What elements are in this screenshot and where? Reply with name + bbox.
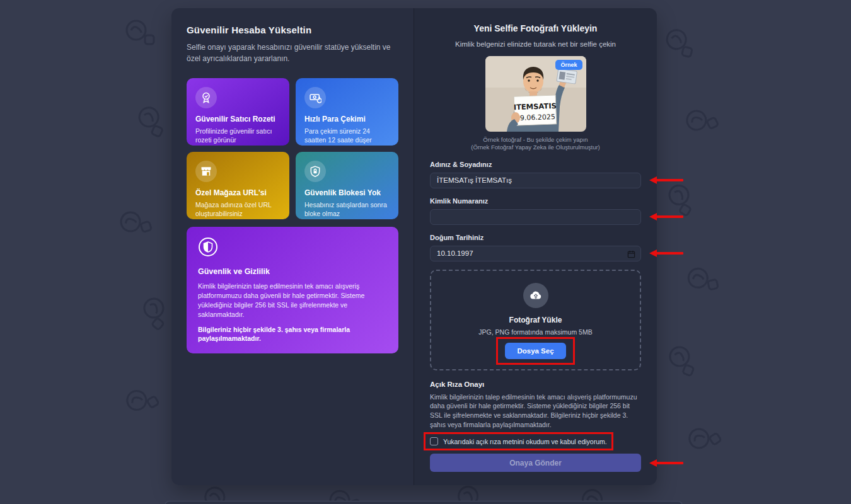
card-body: Para çekim süreniz 24 saatten 12 saate d…: [304, 127, 390, 144]
id-number-label: Kimlik Numaranız: [430, 197, 641, 205]
benefits-description: Selfie onayı yaparak hesabınızı güvenili…: [187, 42, 395, 64]
id-number-input[interactable]: [430, 209, 641, 225]
card-title: Hızlı Para Çekimi: [304, 115, 390, 123]
example-caption-line1: Örnek fotoğraf - Bu şekilde çekim yapın: [430, 136, 641, 144]
consent-checkbox-row[interactable]: Yukarıdaki açık rıza metnini okudum ve k…: [430, 437, 607, 445]
card-title: Güvenilir Satıcı Rozeti: [195, 115, 281, 123]
photo-dropzone[interactable]: Fotoğraf Yükle JPG, PNG formatında maksi…: [430, 270, 641, 370]
card-title: Güvenlik Blokesi Yok: [304, 188, 390, 197]
upload-section-title: Yeni Selfie Fotoğrafı Yükleyin: [430, 23, 641, 33]
shield-half-icon: [198, 237, 387, 260]
benefit-card-store-url: Özel Mağaza URL'si Mağaza adınıza özel U…: [187, 152, 289, 219]
name-input[interactable]: [430, 173, 641, 188]
benefit-card-fast-withdraw: Hızlı Para Çekimi Para çekim süreniz 24 …: [296, 78, 398, 146]
annotation-arrow-birth: [649, 249, 683, 257]
benefits-title: Güvenilir Hesaba Yükseltin: [187, 25, 398, 35]
example-caption-line2: (Örnek Fotoğraf Yapay Zeka ile Oluşturul…: [430, 144, 641, 151]
storefront-icon: [195, 161, 217, 182]
name-label: Adınız & Soyadınız: [430, 161, 641, 168]
field-birth-date: Doğum Tarihiniz 10.10.1997: [430, 234, 641, 261]
benefit-card-seller-badge: Güvenilir Satıcı Rozeti Profilinizde güv…: [187, 78, 289, 146]
verification-modal: Güvenilir Hesaba Yükseltin Selfie onayı …: [171, 8, 657, 485]
benefit-card-no-block: Güvenlik Blokesi Yok Hesabınız satışlard…: [296, 152, 398, 219]
birth-date-label: Doğum Tarihiniz: [430, 234, 641, 241]
benefit-cards: Güvenilir Satıcı Rozeti Profilinizde güv…: [187, 78, 398, 219]
birth-date-input[interactable]: 10.10.1997: [430, 246, 641, 261]
consent-checkbox-label: Yukarıdaki açık rıza metnini okudum ve k…: [443, 438, 607, 445]
shield-lock-icon: [304, 161, 326, 182]
example-photo: ITEMSATIS 19.06.2025 Örnek: [485, 56, 586, 132]
field-id-number: Kimlik Numaranız: [430, 197, 641, 225]
annotation-arrow-name: [649, 176, 683, 184]
card-title: Özel Mağaza URL'si: [195, 188, 281, 197]
field-name: Adınız & Soyadınız: [430, 161, 641, 188]
consent-body: Kimlik bilgilerinizin talep edilmesinin …: [430, 392, 641, 430]
benefits-column: Güvenilir Hesaba Yükseltin Selfie onayı …: [171, 8, 414, 485]
privacy-card-body: Kimlik bilgilerinizin talep edilmesinin …: [198, 282, 387, 319]
privacy-card: Güvenlik ve Gizlilik Kimlik bilgileriniz…: [187, 227, 398, 353]
upload-hint: JPG, PNG formatında maksimum 5MB: [478, 328, 592, 336]
annotation-arrow-submit: [649, 459, 683, 467]
selfie-upload-column: Yeni Selfie Fotoğrafı Yükleyin Kimlik be…: [414, 8, 657, 485]
example-caption: Örnek fotoğraf - Bu şekilde çekim yapın …: [430, 136, 641, 152]
cloud-upload-icon: [523, 283, 548, 308]
card-body: Profilinizde güvenilir satıcı rozeti gör…: [195, 127, 281, 144]
consent-checkbox[interactable]: [430, 437, 438, 445]
choose-file-button[interactable]: Dosya Seç: [505, 343, 565, 359]
upload-section-subtitle: Kimlik belgenizi elinizde tutarak net bi…: [430, 40, 641, 48]
sign-text-line1: ITEMSATIS: [513, 101, 557, 112]
privacy-card-title: Güvenlik ve Gizlilik: [198, 267, 387, 276]
next-section-edge: [165, 501, 683, 504]
birth-date-value: 10.10.1997: [437, 249, 473, 257]
upload-title: Fotoğraf Yükle: [509, 316, 562, 324]
privacy-card-note: Bilgileriniz hiçbir şekilde 3. şahıs vey…: [198, 325, 387, 343]
card-body: Mağaza adınıza özel URL oluşturabilirsin…: [195, 200, 281, 218]
annotation-arrow-id: [649, 213, 683, 220]
example-badge: Örnek: [555, 60, 582, 70]
consent-title: Açık Rıza Onayı: [430, 381, 641, 388]
calendar-icon[interactable]: [627, 249, 635, 261]
badge-check-icon: [195, 87, 217, 108]
card-body: Hesabınız satışlardan sonra bloke olmaz: [304, 200, 390, 218]
sign-text-line2: 19.06.2025: [515, 113, 555, 122]
cash-withdraw-icon: [304, 87, 326, 108]
submit-for-approval-button[interactable]: Onaya Gönder: [430, 454, 641, 472]
